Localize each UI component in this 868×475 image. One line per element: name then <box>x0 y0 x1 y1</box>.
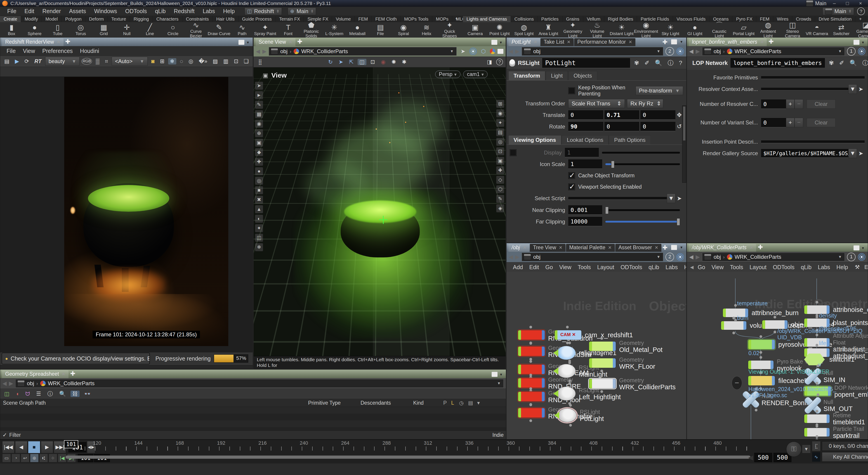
viewport-tool-icon[interactable]: ► <box>255 91 263 99</box>
shelf-tab[interactable]: Texture <box>107 16 130 22</box>
prev-frame-button[interactable]: ◀ <box>15 441 27 453</box>
menu-item[interactable]: Assets <box>65 8 90 14</box>
snowflake-icon[interactable]: ❄ <box>168 58 176 64</box>
menu-item[interactable]: Redshift <box>170 8 199 14</box>
desktop-selector-right[interactable]: Main⇕ <box>823 7 854 15</box>
network-menu-item[interactable]: Help <box>833 264 851 270</box>
tree-icon[interactable]: ⋿ <box>862 264 868 270</box>
display-checkbox[interactable] <box>510 149 517 156</box>
playhead[interactable]: 101 <box>64 440 78 448</box>
variant-count-field[interactable]: 0 <box>761 118 786 127</box>
network-menu-item[interactable]: Labs <box>662 264 681 270</box>
shelf-tab[interactable]: Polygon <box>61 16 85 22</box>
shelf-tab[interactable]: Deform <box>86 16 108 22</box>
follow-selection-icon[interactable] <box>469 48 477 55</box>
resolver-context-field[interactable] <box>761 88 848 90</box>
frame-ruler[interactable]: 1201441681922162402642883123363603844084… <box>64 440 753 451</box>
menu-item[interactable]: qLib <box>151 8 170 14</box>
back-icon[interactable]: ◀ <box>689 254 693 260</box>
viewport-display-icon[interactable]: ◈ <box>496 204 504 212</box>
shelf-tool[interactable]: ▯Tube <box>46 24 69 36</box>
forward-icon[interactable]: ▶ <box>515 48 519 55</box>
cache-object-transform-checkbox[interactable] <box>568 172 575 179</box>
pane-split-icon[interactable] <box>491 40 497 45</box>
page-icon[interactable]: ❏ <box>242 58 250 64</box>
viewport-tool-icon[interactable]: ❄ <box>255 243 263 251</box>
column-kind[interactable]: Kind <box>413 400 424 406</box>
viewport-tool-icon[interactable]: ◎ <box>255 177 263 185</box>
shelf-tool[interactable]: ≋Helix <box>415 24 438 36</box>
viewport-tool-icon[interactable]: ⊕ <box>255 129 263 137</box>
forward-icon[interactable]: ▶ <box>9 380 13 387</box>
remove-resolver-button[interactable]: − <box>795 99 803 109</box>
viewport-tool-icon[interactable]: ▦ <box>255 110 263 118</box>
clear-variant-button[interactable]: Clear <box>807 118 835 127</box>
pane-menu-icon[interactable]: ▼ <box>499 40 502 44</box>
range-end-field[interactable]: 500 <box>754 453 772 462</box>
keep-position-checkbox[interactable] <box>568 87 575 94</box>
path-field[interactable]: obj› WRK_ColliderParts ▼ <box>702 47 845 56</box>
pick-script-icon[interactable]: ➤ <box>675 195 683 202</box>
shelf-tool[interactable]: ▣Camera <box>463 24 487 36</box>
filter-check-icon[interactable]: ✓ <box>2 432 7 438</box>
key-all-channels-dropdown[interactable]: Key All Channels <box>822 452 868 462</box>
crop-icon[interactable]: ⌗ <box>103 58 110 64</box>
network-menu-item[interactable]: Add <box>510 264 526 270</box>
icon-scale-field[interactable]: 1 <box>568 159 602 169</box>
network-menu-item[interactable]: Tools <box>575 264 594 270</box>
network-menu-item[interactable]: View <box>556 264 575 270</box>
shelf-tool[interactable]: ◍Ambient Light <box>756 21 780 38</box>
info-icon[interactable]: ⓘ <box>861 59 868 67</box>
grip-dots-icon[interactable]: ⣿ <box>256 59 264 65</box>
network-node[interactable]: NullSIM_OUT <box>805 398 852 413</box>
collapse-badge[interactable]: − <box>732 376 742 390</box>
path-field[interactable]: obj› WRK_ColliderParts ▼ <box>16 379 504 388</box>
shelf-tab[interactable]: FEM <box>355 16 372 22</box>
param-folder-tab[interactable]: Light <box>546 71 568 80</box>
follow-selection-icon[interactable] <box>676 48 684 55</box>
link-icon[interactable]: ⛓ <box>70 391 80 397</box>
viewport-canvas[interactable]: ▣ View Persp▾ cam1▾ ➤►✎▦◉⊕▣◆✚●◎■✖▲◐✦◫❄ ⊞… <box>254 67 506 356</box>
spreadsheet-rows[interactable] <box>0 407 506 434</box>
renderview-menu-item[interactable]: Houdini <box>77 48 102 54</box>
far-clipping-field[interactable]: 10000 <box>568 217 602 226</box>
near-clipping-slider[interactable] <box>605 209 680 211</box>
display-value-field[interactable]: 1 <box>565 148 599 157</box>
range-start-icon[interactable]: |◀ <box>58 454 66 462</box>
translate-y-field[interactable]: 0.71 <box>604 110 640 120</box>
column-descendants[interactable]: Descendants <box>361 400 391 406</box>
viewport-display-icon[interactable]: ⬡ <box>496 185 504 194</box>
shelf-tool[interactable]: ▦Grid <box>92 24 115 36</box>
rotate-x-field[interactable]: 90 <box>568 122 603 131</box>
gear-icon[interactable]: ✾ <box>633 59 640 66</box>
shelf-tool[interactable]: ▱Portal Light <box>732 24 756 36</box>
new-tab-button[interactable]: ✚ <box>661 244 670 252</box>
pane-preset-selector[interactable]: ◫ Redshift⇕ <box>245 7 282 15</box>
add-resolver-button[interactable]: + <box>786 99 795 109</box>
shelf-tool[interactable]: ✦Quick Shapes <box>438 21 461 38</box>
pane-split-icon[interactable] <box>671 245 677 250</box>
forward-icon[interactable]: ▶ <box>695 254 700 260</box>
network-node[interactable]: GeometryWRK_ColliderParts <box>589 377 676 390</box>
restart-render-icon[interactable]: ⟳ <box>23 58 31 64</box>
shelf-tool[interactable]: ✺Point Light <box>487 24 512 36</box>
near-clipping-field[interactable]: 0.001 <box>568 205 602 215</box>
shelf-tab[interactable]: Drive Simulation <box>815 16 856 22</box>
shelf-tab[interactable]: FEM Cloth <box>372 16 400 22</box>
snapshot-icon[interactable]: ▤ <box>2 58 11 64</box>
path-dropdown-icon[interactable]: ▼ <box>496 381 502 385</box>
viewport-display-icon[interactable]: ✦ <box>496 119 504 127</box>
go-start-button[interactable]: |◀◀ <box>2 441 14 453</box>
menu-item[interactable]: Render <box>38 8 65 14</box>
network-menu-item[interactable]: Layout <box>594 264 617 270</box>
zoom-box-icon[interactable]: ⊡ <box>369 59 377 65</box>
shelf-tool[interactable]: ▤File <box>369 24 392 36</box>
shelf-tool[interactable]: ╱Line <box>138 24 161 36</box>
back-icon[interactable]: ◀ <box>256 48 260 55</box>
network-menu-item[interactable]: View <box>708 264 727 270</box>
shelf-tool[interactable]: ⌒Caustic Light <box>707 21 732 38</box>
viewport-display-icon[interactable]: ◎ <box>496 138 504 146</box>
shelf-tab[interactable]: Model <box>42 16 61 22</box>
forward-icon[interactable]: ▶ <box>262 48 266 55</box>
flag-p[interactable]: P <box>443 400 447 406</box>
